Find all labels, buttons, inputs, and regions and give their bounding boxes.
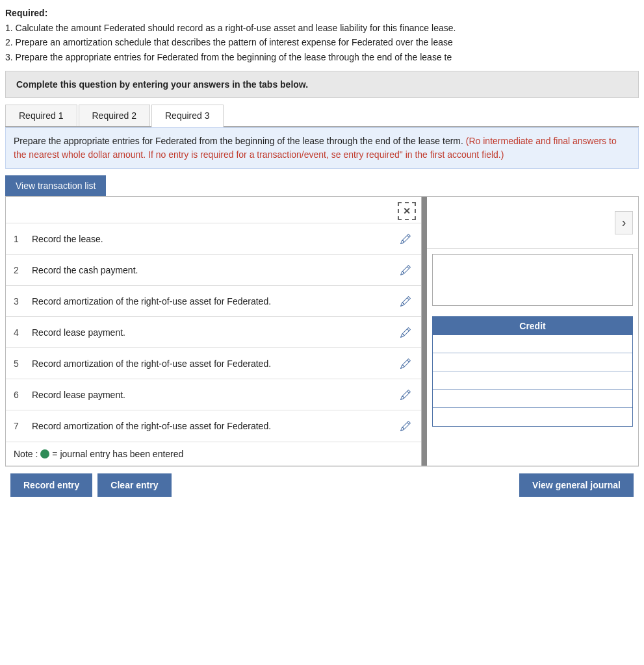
green-dot-icon — [40, 449, 49, 458]
edit-icon-4[interactable] — [398, 325, 413, 340]
transaction-row: 5 Record amortization of the right-of-us… — [6, 348, 421, 379]
next-arrow-button[interactable]: › — [615, 211, 633, 234]
transaction-label-4: Record lease payment. — [27, 327, 398, 338]
credit-row-1[interactable] — [433, 335, 632, 353]
description-box: Prepare the appropriate entries for Fede… — [5, 127, 639, 169]
transaction-num-7: 7 — [14, 421, 27, 431]
edit-icon-2[interactable] — [398, 262, 413, 278]
edit-icon-1[interactable] — [398, 231, 413, 247]
main-panel: ✕ 1 Record the lease. 2 Record the cash … — [5, 196, 639, 466]
transaction-row: 6 Record lease payment. — [6, 379, 421, 410]
credit-input-1[interactable] — [433, 335, 632, 353]
scrollbar[interactable] — [422, 197, 427, 466]
transaction-row: 3 Record amortization of the right-of-us… — [6, 286, 421, 317]
edit-icon-3[interactable] — [398, 294, 413, 309]
transaction-num-6: 6 — [14, 390, 27, 400]
close-button[interactable]: ✕ — [398, 202, 416, 220]
credit-section: Credit — [432, 316, 633, 427]
credit-row-2[interactable] — [433, 353, 632, 371]
transaction-row: 7 Record amortization of the right-of-us… — [6, 410, 421, 442]
clear-entry-button[interactable]: Clear entry — [97, 473, 171, 497]
transaction-num-2: 2 — [14, 265, 27, 275]
note-row: Note : = journal entry has been entered — [6, 442, 421, 466]
left-panel: ✕ 1 Record the lease. 2 Record the cash … — [6, 197, 422, 466]
credit-row-5[interactable] — [433, 408, 632, 426]
tab-required-1[interactable]: Required 1 — [5, 105, 77, 126]
transaction-num-5: 5 — [14, 358, 27, 369]
credit-row-4[interactable] — [433, 390, 632, 408]
transaction-label-2: Record the cash payment. — [27, 265, 398, 275]
credit-input-3[interactable] — [433, 371, 632, 389]
view-general-journal-button[interactable]: View general journal — [519, 473, 634, 497]
credit-input-5[interactable] — [433, 408, 632, 426]
edit-icon-6[interactable] — [398, 387, 413, 403]
transaction-row: 4 Record lease payment. — [6, 317, 421, 348]
credit-input-2[interactable] — [433, 353, 632, 371]
required-item-1: 1. Calculate the amount Federated should… — [5, 21, 639, 35]
entry-area — [432, 254, 633, 306]
transaction-label-7: Record amortization of the right-of-use … — [27, 421, 398, 431]
credit-input-4[interactable] — [433, 390, 632, 407]
instruction-box: Complete this question by entering your … — [5, 71, 639, 98]
tab-required-2[interactable]: Required 2 — [79, 105, 151, 126]
credit-rows — [433, 335, 632, 426]
note-description: = journal entry has been entered — [52, 449, 183, 459]
record-entry-button[interactable]: Record entry — [10, 473, 92, 497]
description-main: Prepare the appropriate entries for Fede… — [14, 136, 463, 146]
view-transaction-button[interactable]: View transaction list — [5, 175, 106, 196]
transaction-row: 1 Record the lease. — [6, 223, 421, 255]
bottom-buttons: Record entry Clear entry View general jo… — [5, 466, 639, 503]
note-label: Note : — [14, 449, 38, 459]
credit-header: Credit — [433, 317, 632, 335]
right-panel-top: › — [427, 197, 638, 249]
transaction-row: 2 Record the cash payment. — [6, 255, 421, 286]
required-header: Required: — [5, 8, 639, 18]
edit-icon-5[interactable] — [398, 356, 413, 371]
transaction-label-3: Record amortization of the right-of-use … — [27, 296, 398, 307]
page-content: Required: 1. Calculate the amount Federa… — [0, 0, 644, 503]
required-item-3: 3. Prepare the appropriate entries for F… — [5, 50, 639, 64]
transaction-label-5: Record amortization of the right-of-use … — [27, 358, 398, 369]
transaction-label-6: Record lease payment. — [27, 390, 398, 400]
transaction-label-1: Record the lease. — [27, 234, 398, 244]
tabs-container: Required 1 Required 2 Required 3 — [5, 105, 639, 127]
edit-icon-7[interactable] — [398, 418, 413, 434]
required-item-2: 2. Prepare an amortization schedule that… — [5, 35, 639, 49]
credit-row-3[interactable] — [433, 371, 632, 390]
transaction-num-1: 1 — [14, 234, 27, 244]
transaction-num-4: 4 — [14, 327, 27, 338]
instruction-text: Complete this question by entering your … — [16, 79, 308, 90]
close-icon: ✕ — [403, 206, 411, 216]
tab-required-3[interactable]: Required 3 — [151, 105, 224, 127]
transaction-list: 1 Record the lease. 2 Record the cash pa… — [6, 223, 421, 442]
close-btn-row: ✕ — [6, 197, 421, 223]
required-list: 1. Calculate the amount Federated should… — [5, 21, 639, 64]
right-panel: › Credit — [427, 197, 638, 466]
transaction-num-3: 3 — [14, 296, 27, 307]
arrow-icon: › — [622, 215, 626, 230]
